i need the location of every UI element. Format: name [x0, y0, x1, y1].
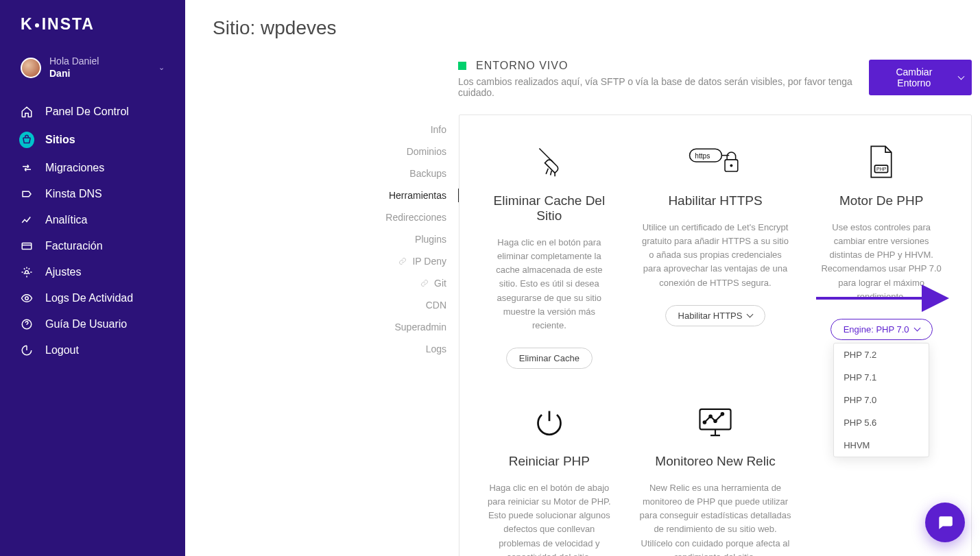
- nav-ajustes[interactable]: Ajustes: [0, 259, 185, 285]
- tab-plugins[interactable]: Plugins: [370, 228, 459, 250]
- tab-git[interactable]: Git: [370, 272, 459, 294]
- environment-description: Los cambios realizados aquí, vía SFTP o …: [458, 76, 869, 98]
- card-desc: New Relic es una herramienta de monitore…: [639, 481, 792, 556]
- switch-environment-button[interactable]: Cambiar Entorno: [869, 60, 972, 95]
- link-icon: [398, 257, 407, 265]
- logout-icon: [19, 344, 34, 356]
- card-newrelic: Monitoreo New Relic New Relic es una her…: [630, 403, 802, 556]
- tab-ip-deny[interactable]: IP Deny: [370, 250, 459, 272]
- php-option[interactable]: PHP 5.6: [834, 411, 929, 434]
- monitor-chart-icon: [639, 403, 792, 442]
- tab-superadmin[interactable]: Superadmin: [370, 316, 459, 338]
- live-indicator-icon: [458, 62, 466, 70]
- nav-logs[interactable]: Logs De Actividad: [0, 285, 185, 311]
- card-php-engine: PHP Motor De PHP Use estos controles par…: [808, 143, 955, 369]
- svg-text:PHP: PHP: [876, 167, 887, 171]
- home-icon: [19, 106, 34, 118]
- link-icon: [420, 279, 429, 287]
- php-engine-dropdown[interactable]: Engine: PHP 7.0: [830, 319, 933, 340]
- card-title: Eliminar Cache Del Sitio: [486, 193, 613, 223]
- analytics-icon: [19, 214, 34, 226]
- card-title: Habilitar HTTPS: [639, 193, 792, 208]
- svg-point-1: [25, 271, 29, 274]
- billing-icon: [19, 240, 34, 252]
- tab-dominios[interactable]: Dominios: [370, 141, 459, 162]
- nav-analitica[interactable]: Analítica: [0, 207, 185, 233]
- svg-point-12: [709, 415, 711, 418]
- sites-icon: [19, 132, 34, 148]
- broom-icon: [486, 143, 613, 181]
- card-title: Reiniciar PHP: [486, 454, 613, 469]
- php-option[interactable]: PHP 7.2: [834, 343, 929, 366]
- card-title: Motor De PHP: [817, 193, 945, 208]
- php-engine-menu: PHP 7.2 PHP 7.1 PHP 7.0 PHP 5.6 HHVM: [833, 343, 929, 457]
- brand-logo: KINSTA: [0, 15, 185, 49]
- tab-backups[interactable]: Backups: [370, 162, 459, 184]
- svg-point-11: [704, 421, 706, 423]
- environment-badge: ENTORNO VIVO: [476, 60, 568, 72]
- site-tabs: Info Dominios Backups Herramientas Redir…: [370, 114, 459, 556]
- avatar: [21, 58, 41, 78]
- svg-point-7: [730, 165, 732, 167]
- chat-fab[interactable]: [925, 503, 965, 542]
- eye-icon: [19, 292, 34, 304]
- main: Sitio: wpdeves ENTORNO VIVO Los cambios …: [185, 0, 980, 556]
- svg-point-13: [714, 420, 716, 422]
- nav-sitios[interactable]: Sitios: [0, 125, 185, 155]
- help-icon: [19, 318, 34, 330]
- svg-text:https: https: [695, 152, 710, 160]
- chevron-down-icon: [913, 325, 920, 332]
- php-option[interactable]: PHP 7.1: [834, 366, 929, 389]
- enable-https-button[interactable]: Habilitar HTTPS: [665, 305, 766, 326]
- card-desc: Haga clic en el botón de abajo para rein…: [486, 481, 613, 556]
- sidebar: KINSTA Hola Daniel Dani ⌄ Panel De Contr…: [0, 0, 185, 556]
- user-menu[interactable]: Hola Daniel Dani ⌄: [0, 49, 185, 93]
- php-file-icon: PHP: [817, 143, 945, 181]
- user-greeting: Hola Daniel: [49, 56, 150, 68]
- power-icon: [486, 403, 613, 442]
- tab-cdn[interactable]: CDN: [370, 294, 459, 316]
- php-option[interactable]: HHVM: [834, 434, 929, 457]
- card-restart-php: Reiniciar PHP Haga clic en el botón de a…: [476, 403, 623, 556]
- svg-rect-0: [22, 243, 32, 250]
- svg-point-14: [721, 413, 724, 415]
- tools-grid: Eliminar Cache Del Sitio Haga clic en el…: [459, 114, 972, 556]
- nav: Panel De Control Sitios Migraciones Kins…: [0, 93, 185, 363]
- card-desc: Use estos controles para cambiar entre v…: [817, 221, 945, 304]
- settings-icon: [19, 266, 34, 278]
- tab-logs[interactable]: Logs: [370, 338, 459, 360]
- user-name: Dani: [49, 68, 150, 80]
- tab-redirecciones[interactable]: Redirecciones: [370, 206, 459, 228]
- tab-info[interactable]: Info: [370, 119, 459, 141]
- nav-guia[interactable]: Guía De Usuario: [0, 311, 185, 337]
- tab-herramientas[interactable]: Herramientas: [370, 184, 459, 206]
- nav-migraciones[interactable]: Migraciones: [0, 155, 185, 181]
- nav-panel[interactable]: Panel De Control: [0, 99, 185, 125]
- card-clear-cache: Eliminar Cache Del Sitio Haga clic en el…: [476, 143, 623, 369]
- chevron-down-icon: [747, 311, 754, 318]
- nav-logout[interactable]: Logout: [0, 337, 185, 363]
- dns-icon: [19, 188, 34, 200]
- nav-facturacion[interactable]: Facturación: [0, 233, 185, 259]
- card-title: Monitoreo New Relic: [639, 454, 792, 469]
- nav-dns[interactable]: Kinsta DNS: [0, 181, 185, 207]
- card-enable-https: https Habilitar HTTPS Utilice un certifi…: [630, 143, 802, 369]
- chat-icon: [936, 513, 954, 531]
- https-lock-icon: https: [639, 143, 792, 181]
- php-option[interactable]: PHP 7.0: [834, 389, 929, 411]
- clear-cache-button[interactable]: Eliminar Cache: [506, 348, 593, 369]
- migrations-icon: [19, 162, 34, 174]
- card-desc: Utilice un certificado de Let's Encrypt …: [639, 221, 792, 290]
- environment-header: ENTORNO VIVO Los cambios realizados aquí…: [458, 60, 980, 114]
- page-title: Sitio: wpdeves: [185, 0, 980, 60]
- chevron-down-icon: ⌄: [158, 63, 165, 72]
- svg-point-2: [25, 297, 29, 300]
- card-desc: Haga clic en el botón para eliminar comp…: [486, 236, 613, 333]
